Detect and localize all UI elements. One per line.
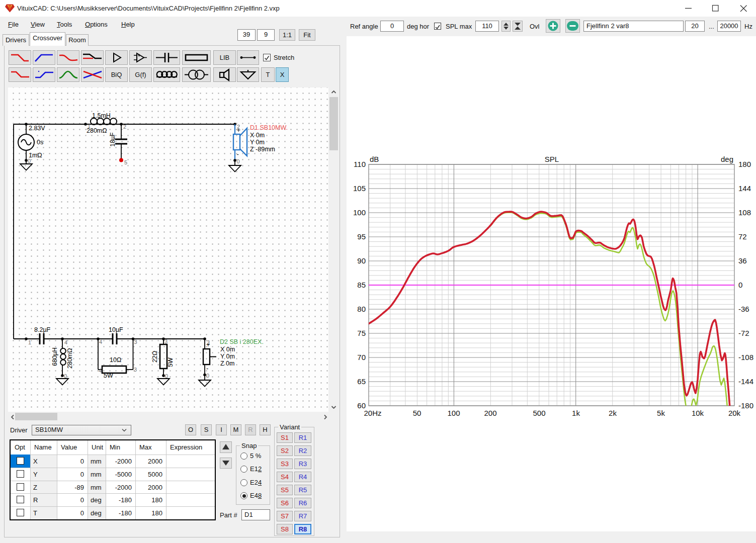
- svg-text:5W: 5W: [167, 357, 174, 367]
- svg-text:22Ω: 22Ω: [151, 351, 158, 363]
- svg-text:5W: 5W: [104, 372, 113, 379]
- svg-text:75: 75: [357, 329, 366, 337]
- svg-text:2k: 2k: [609, 409, 617, 417]
- svg-text:0s: 0s: [37, 139, 43, 146]
- svg-text:3: 3: [164, 338, 167, 344]
- svg-text:+: +: [206, 341, 210, 348]
- svg-text:680µH: 680µH: [51, 347, 58, 366]
- svg-text:36: 36: [738, 256, 747, 265]
- svg-text:180: 180: [738, 160, 751, 168]
- svg-text:200: 200: [484, 409, 496, 417]
- svg-text:4: 4: [99, 368, 102, 374]
- svg-text:0: 0: [206, 373, 209, 379]
- svg-text:X 0m: X 0m: [220, 346, 235, 353]
- svg-text:5: 5: [124, 159, 127, 165]
- svg-text:85: 85: [357, 281, 366, 289]
- svg-text:-: -: [237, 150, 239, 158]
- svg-text:50: 50: [413, 409, 422, 417]
- svg-text:65: 65: [357, 377, 366, 386]
- svg-text:D1.SB10MW.: D1.SB10MW.: [250, 124, 288, 131]
- svg-text:4: 4: [64, 339, 67, 345]
- svg-text:Z 0m: Z 0m: [220, 360, 234, 367]
- svg-text:2.83V: 2.83V: [29, 125, 45, 132]
- svg-text:4: 4: [99, 339, 102, 345]
- svg-text:10Ω: 10Ω: [110, 356, 121, 364]
- svg-text:20Hz: 20Hz: [364, 409, 381, 417]
- svg-text:18µF: 18µF: [109, 132, 116, 147]
- svg-text:105: 105: [353, 184, 366, 193]
- svg-text:70: 70: [357, 353, 366, 361]
- svg-text:72: 72: [738, 232, 747, 241]
- svg-text:-: -: [206, 365, 208, 372]
- svg-text:-144: -144: [738, 377, 753, 386]
- svg-text:0: 0: [738, 281, 742, 289]
- svg-text:90: 90: [357, 256, 366, 265]
- svg-text:280mΩ: 280mΩ: [87, 127, 107, 134]
- svg-text:5k: 5k: [657, 409, 665, 417]
- svg-text:2: 2: [123, 124, 126, 130]
- svg-text:-72: -72: [738, 329, 749, 337]
- svg-text:1k: 1k: [572, 409, 580, 417]
- svg-text:1.5mH: 1.5mH: [92, 112, 111, 119]
- svg-text:dB: dB: [370, 155, 379, 163]
- svg-text:100: 100: [353, 208, 366, 217]
- svg-text:3: 3: [134, 367, 137, 373]
- svg-text:80: 80: [357, 305, 366, 313]
- svg-text:3: 3: [134, 339, 137, 345]
- svg-text:10k: 10k: [692, 409, 704, 417]
- svg-text:X 0m: X 0m: [250, 132, 265, 139]
- svg-text:10µF: 10µF: [109, 326, 123, 333]
- svg-text:Y 0m: Y 0m: [220, 353, 235, 360]
- svg-text:Z -89mm: Z -89mm: [250, 146, 275, 153]
- svg-text:0: 0: [28, 158, 31, 164]
- svg-text:-180: -180: [738, 401, 753, 410]
- svg-text:-108: -108: [738, 353, 753, 361]
- svg-text:-36: -36: [738, 305, 749, 313]
- svg-text:95: 95: [357, 232, 366, 241]
- svg-text:1: 1: [28, 339, 31, 345]
- svg-text:0: 0: [237, 158, 240, 164]
- svg-text:280mΩ: 280mΩ: [66, 348, 73, 369]
- svg-text:Y 0m: Y 0m: [250, 139, 265, 146]
- svg-text:deg: deg: [721, 155, 733, 163]
- svg-text:D2 SB i 280EX.: D2 SB i 280EX.: [220, 338, 264, 345]
- svg-text:100: 100: [447, 409, 460, 417]
- svg-text:8.2µF: 8.2µF: [34, 326, 51, 333]
- svg-text:20k: 20k: [728, 409, 741, 417]
- svg-text:144: 144: [738, 184, 751, 193]
- svg-text:500: 500: [533, 409, 545, 417]
- svg-text:SPL: SPL: [545, 155, 559, 163]
- svg-text:108: 108: [738, 208, 751, 217]
- svg-text:+: +: [237, 126, 241, 134]
- svg-text:110: 110: [354, 160, 366, 168]
